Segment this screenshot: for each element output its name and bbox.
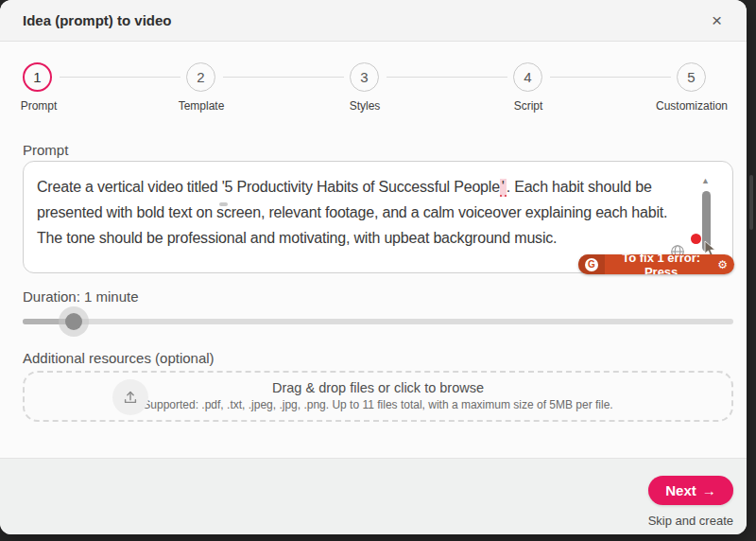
file-dropzone[interactable]: Drag & drop files or click to browse Sup… xyxy=(23,371,733,422)
step-circle-customization[interactable]: 5 xyxy=(677,62,706,92)
prompt-text-line1: Create a vertical video titled '5 Produc… xyxy=(37,174,704,200)
modal-footer: Next → Skip and create xyxy=(0,458,747,534)
step-circle-template[interactable]: 2 xyxy=(186,62,215,92)
step-number: 4 xyxy=(524,69,531,85)
grammarly-logo-icon: G xyxy=(585,258,598,271)
modal-header: Idea (prompt) to video × xyxy=(0,0,747,42)
resources-label: Additional resources (optional) xyxy=(23,350,215,366)
modal-title: Idea (prompt) to video xyxy=(23,12,172,28)
close-icon[interactable]: × xyxy=(710,11,724,29)
error-tooltip-text: To fix 1 error: Press xyxy=(605,254,717,274)
step-circle-prompt[interactable]: 1 xyxy=(23,62,52,92)
wizard-stepper: 1 2 3 4 5 Prompt Template Styles Script … xyxy=(0,55,747,117)
skip-and-create-link[interactable]: Skip and create xyxy=(648,514,733,528)
upload-icon xyxy=(122,389,139,406)
idea-to-video-modal: Idea (prompt) to video × 1 2 3 4 5 Promp… xyxy=(0,0,747,534)
step-connector xyxy=(550,77,671,78)
upload-icon-circle xyxy=(112,379,148,415)
step-number: 1 xyxy=(33,69,41,85)
step-label-prompt: Prompt xyxy=(21,99,58,113)
arrow-right-icon: → xyxy=(702,482,716,498)
slider-thumb[interactable] xyxy=(65,313,82,330)
prompt-text-line2: presented with bold text on screen, rele… xyxy=(37,200,704,225)
grammarly-logo-segment: G xyxy=(578,254,605,274)
step-label-script: Script xyxy=(514,99,543,113)
step-connector xyxy=(387,77,507,78)
prompt-text: . Each habit should be xyxy=(507,179,652,195)
prompt-text: Create a vertical video titled '5 Produc… xyxy=(37,179,500,195)
next-button[interactable]: Next → xyxy=(648,476,733,505)
step-number: 3 xyxy=(360,69,368,85)
duration-slider[interactable] xyxy=(23,307,733,336)
prompt-section-label: Prompt xyxy=(23,142,68,158)
prompt-text-line3: The tone should be professional and moti… xyxy=(37,225,704,251)
step-circle-script[interactable]: 4 xyxy=(513,62,542,92)
next-button-label: Next xyxy=(665,482,696,498)
step-number: 2 xyxy=(197,69,204,85)
step-label-styles: Styles xyxy=(350,99,381,113)
grammarly-dash-artifact xyxy=(219,202,228,206)
step-label-template: Template xyxy=(179,99,225,113)
page-scrollbar-thumb[interactable] xyxy=(749,175,753,230)
step-connector xyxy=(60,77,180,78)
step-circle-styles[interactable]: 3 xyxy=(350,62,379,92)
grammarly-notification-dot xyxy=(691,234,701,244)
gear-icon[interactable]: ⚙ xyxy=(717,259,734,270)
scroll-up-icon[interactable]: ▲ xyxy=(701,176,710,185)
step-connector xyxy=(223,77,344,78)
grammar-error-highlight[interactable]: ' xyxy=(500,179,507,197)
slider-track[interactable] xyxy=(23,319,733,324)
grammarly-error-tooltip[interactable]: G To fix 1 error: Press ⚙ xyxy=(578,254,734,274)
step-number: 5 xyxy=(687,69,695,85)
step-label-customization: Customization xyxy=(656,99,728,113)
duration-label: Duration: 1 minute xyxy=(23,288,139,305)
